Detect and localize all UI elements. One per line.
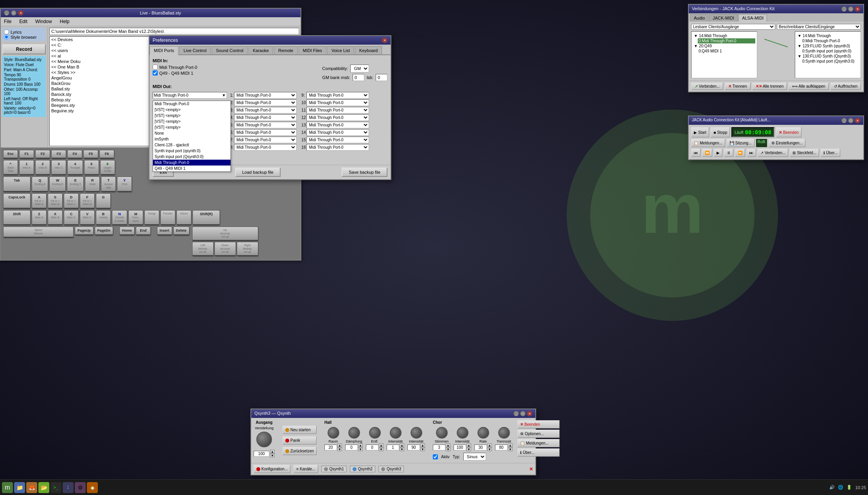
- jack-expand-all-button[interactable]: ⟺ Alle aufklappen: [789, 83, 829, 90]
- taskbar-file-manager[interactable]: 📁: [14, 482, 25, 493]
- key-space-silence[interactable]: SpaceSilence: [3, 227, 74, 238]
- key-f4[interactable]: F4: [67, 150, 82, 159]
- save-backup-button[interactable]: Save backup file: [342, 167, 387, 177]
- close-button[interactable]: ✕: [18, 10, 23, 16]
- chor-rate-up[interactable]: ▲: [487, 443, 492, 447]
- dropdown-option-6[interactable]: imSynth: [153, 136, 231, 142]
- hall-intensitaet2-knob[interactable]: [411, 427, 422, 439]
- jack-stop-button[interactable]: ■ Stopp: [711, 127, 730, 137]
- chor-stimmen-up[interactable]: ▲: [446, 443, 450, 447]
- key-fill-main-a[interactable]: AFill In +Main A: [32, 193, 47, 209]
- key-capslock[interactable]: CapsLock: [3, 193, 31, 209]
- midi-in-checkbox-1[interactable]: [153, 70, 158, 76]
- port-1-select[interactable]: Midi Through Port-0: [234, 92, 297, 99]
- port-12-select[interactable]: Midi Through Port-0: [306, 114, 369, 121]
- port-2-select[interactable]: Midi Through Port-0: [234, 99, 297, 106]
- key-main-a[interactable]: ZMain A: [32, 210, 47, 226]
- writable-client-129[interactable]: ▼ 129:FLUID Synth (qsynth3): [797, 43, 859, 49]
- hall-raum-down[interactable]: ▼: [337, 447, 342, 451]
- menu-window[interactable]: Window: [34, 18, 54, 25]
- key-choi[interactable]: YChoi: [117, 176, 132, 192]
- port-10-select[interactable]: Midi Through Port-0: [306, 99, 369, 106]
- jack-play-button[interactable]: ▶: [714, 149, 722, 157]
- key-pageup[interactable]: PageUp: [75, 227, 94, 236]
- key-f6[interactable]: F6: [99, 150, 114, 159]
- key-tab[interactable]: Tab: [3, 176, 31, 192]
- qsynth-beenden-button[interactable]: ✕ Beenden: [517, 420, 560, 428]
- dropdown-option-9[interactable]: Synth input port (Qsynth3:0): [153, 154, 231, 160]
- key-trumpet[interactable]: 4Trumpet: [67, 160, 83, 176]
- port-13-select[interactable]: Midi Through Port-0: [306, 122, 369, 128]
- jack-max-button[interactable]: □: [848, 6, 854, 12]
- chor-trennzeit-up[interactable]: ▲: [508, 443, 513, 447]
- key-organ-guitar[interactable]: 6OrganGuitar: [100, 160, 115, 176]
- chor-stimmen-down[interactable]: ▼: [446, 447, 450, 451]
- maximize-button[interactable]: □: [11, 10, 16, 16]
- hall-daempfung-up[interactable]: ▲: [358, 443, 363, 447]
- taskbar-settings[interactable]: ⚙: [75, 482, 86, 493]
- chor-typ-select[interactable]: Sinus: [463, 453, 486, 461]
- key-f1[interactable]: F1: [19, 150, 34, 159]
- writable-client-130[interactable]: ▼ 130:FLUID Synth (Qsynth3): [797, 54, 859, 59]
- hall-raum-knob[interactable]: [328, 427, 339, 439]
- qsynth2-tab[interactable]: Qsynth2: [350, 466, 375, 472]
- jack-pause-button[interactable]: ⏸: [724, 149, 733, 157]
- gm-bank-lsb-input[interactable]: [376, 74, 387, 81]
- taskbar-terminal[interactable]: >_: [50, 482, 61, 493]
- tab-keyboard[interactable]: Keyboard: [355, 46, 382, 54]
- tab-voice-list[interactable]: Voice List: [327, 46, 354, 54]
- jack-disconnect-all-button[interactable]: ✕✕ Alle trennen: [752, 83, 787, 90]
- midi-out-dropdown[interactable]: Midi Through Port-0 ▼: [153, 92, 227, 99]
- dropdown-option-0[interactable]: Midi Through Port-0: [153, 101, 231, 107]
- menu-edit[interactable]: Edit: [18, 18, 29, 25]
- chor-intensitaet-up[interactable]: ▲: [466, 443, 471, 447]
- chor-trennzeit-down[interactable]: ▼: [508, 447, 513, 451]
- gm-bank-msb-input[interactable]: [353, 74, 364, 81]
- dropdown-option-11[interactable]: Q49 - Q49 MIDI 1: [153, 166, 231, 171]
- readable-child-20-0[interactable]: 0:Q49 MIDI 1: [698, 49, 755, 54]
- ausgang-up[interactable]: ▲: [270, 450, 275, 454]
- jack-runtime-max[interactable]: □: [848, 118, 854, 123]
- dropdown-option-8[interactable]: Synth input port (qsynth:0): [153, 148, 231, 154]
- dropdown-option-5[interactable]: None: [153, 130, 231, 136]
- hall-intensitaet-down[interactable]: ▼: [400, 447, 404, 451]
- jack-tab-audio[interactable]: Audio: [690, 14, 708, 22]
- key-functions[interactable]: MFunc-tions: [128, 210, 143, 226]
- menu-file[interactable]: File: [2, 18, 13, 25]
- jack-refresh-button[interactable]: ↺ Auffrischen: [830, 83, 861, 90]
- port-15-select[interactable]: Midi Through Port-0: [306, 137, 369, 143]
- key-intro-c[interactable]: 3Intro C: [51, 160, 66, 176]
- port-4-select[interactable]: Midi Through Port-0: [234, 114, 297, 121]
- ausgang-knob[interactable]: [256, 432, 272, 447]
- key-acoust-gtar[interactable]: TAcoustGtar: [101, 176, 116, 192]
- writable-child-130-0[interactable]: 0:Synth input port (Qsynth3:0): [801, 59, 859, 64]
- jack-back-button[interactable]: ⏪: [702, 149, 712, 157]
- panik-button[interactable]: Panik: [283, 436, 317, 445]
- key-violin[interactable]: RViolin: [85, 176, 100, 192]
- chor-intensitaet-knob[interactable]: [457, 427, 468, 439]
- chor-rate-knob[interactable]: [477, 427, 489, 439]
- key-shift-right[interactable]: Shift(R): [193, 210, 220, 226]
- tab-midi-ports[interactable]: MIDI Ports: [149, 46, 178, 55]
- midi-in-option-0[interactable]: Midi Through Port-0: [153, 65, 197, 70]
- jack-close-button[interactable]: ✕: [855, 6, 860, 12]
- dropdown-option-10[interactable]: Midi Through Port-0: [153, 160, 231, 166]
- compatibility-select[interactable]: GM: [350, 65, 369, 72]
- hall-entf-up[interactable]: ▲: [379, 443, 384, 447]
- neu-starten-button[interactable]: Neu starten: [283, 426, 317, 434]
- key-melody-vol-up[interactable]: RightMelodyvol up: [237, 242, 258, 256]
- readable-client-20[interactable]: ▼ 20:Q49: [693, 43, 755, 49]
- menu-help[interactable]: Help: [58, 18, 71, 25]
- key-end[interactable]: End: [136, 227, 151, 236]
- key-esc[interactable]: Esc: [3, 150, 18, 159]
- qsynth-optionen-button[interactable]: ⚙ Optionen...: [517, 430, 560, 438]
- qsynth-min[interactable]: _: [513, 411, 519, 416]
- jack-prev-button[interactable]: ⏮: [691, 149, 701, 157]
- record-button[interactable]: Record: [2, 44, 46, 54]
- hall-intensitaet2-up[interactable]: ▲: [420, 443, 425, 447]
- port-6-select[interactable]: Midi Through Port-0: [234, 129, 297, 136]
- key-ending-b[interactable]: WEnding B: [49, 176, 66, 192]
- jack-tab-alsa-midi[interactable]: ALSA-MIDI: [738, 14, 767, 22]
- key-intro-b[interactable]: 2Intro B: [35, 160, 50, 176]
- jack-steckfeld-button[interactable]: ⊞ Steckfeld...: [790, 149, 819, 157]
